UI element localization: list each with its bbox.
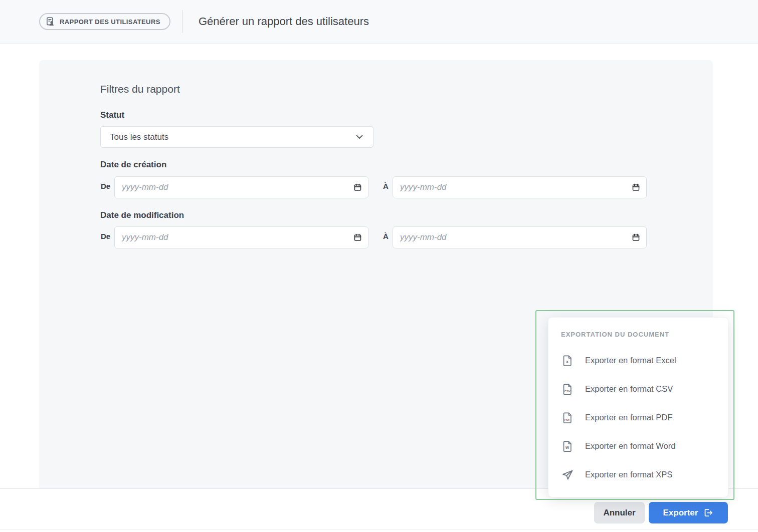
creation-to-field [393, 176, 647, 198]
svg-text:w: w [565, 445, 570, 450]
cancel-button[interactable]: Annuler [594, 502, 645, 523]
creation-from-label: De [101, 182, 110, 190]
page-title: Générer un rapport des utilisateurs [199, 14, 369, 29]
status-label: Statut [100, 110, 124, 120]
window-bottom-edge [0, 529, 758, 529]
menu-item-export-csv[interactable]: CSV Exporter en format CSV [548, 375, 728, 403]
modification-to-input[interactable] [393, 226, 647, 248]
modification-from-field [114, 226, 368, 248]
calendar-icon[interactable] [353, 183, 362, 192]
report-users-badge[interactable]: RAPPORT DES UTILISATEURS [39, 13, 170, 30]
modification-date-row: De À [39, 226, 713, 248]
cancel-button-label: Annuler [603, 508, 635, 518]
modification-to-label: À [383, 232, 389, 240]
menu-item-export-xps[interactable]: Exporter en format XPS [548, 460, 728, 489]
menu-item-export-pdf[interactable]: PDF Exporter en format PDF [548, 403, 728, 432]
export-menu: EXPORTATION DU DOCUMENT x Exporter en fo… [548, 317, 728, 497]
export-button[interactable]: Exporter [649, 502, 728, 523]
menu-item-label: Exporter en format PDF [585, 413, 672, 422]
calendar-icon[interactable] [632, 183, 640, 192]
modification-date-label: Date de modification [100, 210, 184, 220]
modification-from-label: De [101, 232, 110, 240]
user-report-icon [45, 17, 56, 27]
word-file-icon: w [561, 440, 574, 453]
csv-file-icon: CSV [561, 383, 574, 396]
svg-text:CSV: CSV [564, 389, 571, 392]
menu-item-label: Exporter en format CSV [585, 384, 673, 394]
menu-item-label: Exporter en format Excel [585, 356, 676, 365]
creation-to-label: À [383, 182, 389, 190]
creation-to-input[interactable] [393, 176, 647, 198]
calendar-icon[interactable] [632, 233, 640, 242]
export-button-label: Exporter [663, 508, 698, 518]
menu-item-label: Exporter en format Word [585, 441, 675, 451]
svg-text:PDF: PDF [564, 418, 571, 421]
export-menu-heading: EXPORTATION DU DOCUMENT [548, 331, 728, 338]
creation-date-label: Date de création [100, 160, 166, 170]
creation-from-input[interactable] [114, 176, 368, 198]
status-select[interactable]: Tous les statuts [100, 126, 373, 148]
modification-from-input[interactable] [114, 226, 368, 248]
top-bar: RAPPORT DES UTILISATEURS Générer un rapp… [0, 0, 758, 44]
calendar-icon[interactable] [353, 233, 362, 242]
creation-date-row: De À [39, 176, 713, 198]
badge-label: RAPPORT DES UTILISATEURS [60, 18, 160, 26]
paper-plane-icon [561, 469, 574, 481]
svg-text:x: x [566, 359, 569, 364]
pdf-file-icon: PDF [561, 411, 574, 424]
excel-file-icon: x [561, 354, 574, 367]
chevron-down-icon [356, 135, 363, 139]
modification-to-field [393, 226, 647, 248]
export-icon [703, 507, 713, 518]
creation-from-field [114, 176, 368, 198]
menu-item-label: Exporter en format XPS [585, 470, 672, 479]
menu-item-export-word[interactable]: w Exporter en format Word [548, 432, 728, 460]
header-divider [182, 10, 182, 33]
status-select-value: Tous les statuts [110, 132, 168, 142]
app-window: RAPPORT DES UTILISATEURS Générer un rapp… [0, 0, 758, 532]
filters-heading: Filtres du rapport [100, 83, 180, 95]
menu-item-export-excel[interactable]: x Exporter en format Excel [548, 346, 728, 375]
